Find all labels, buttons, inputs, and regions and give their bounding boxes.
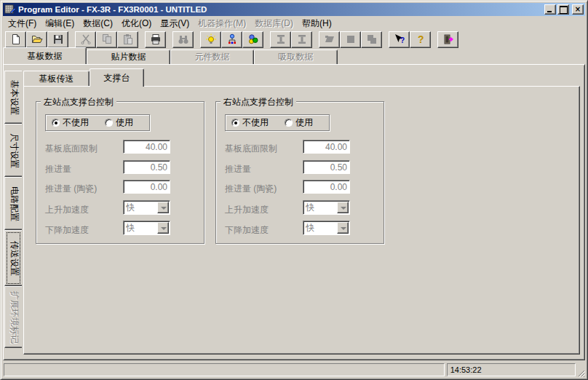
left-rise-acceleration-combo: 快: [123, 200, 170, 215]
cut-icon: [80, 33, 92, 45]
cluster-button[interactable]: [242, 31, 263, 48]
support-table-page: 左站点支撑台控制 不使用 使用 基板底面限制 推进量 推进量 (陶瓷): [23, 86, 580, 355]
optimize-button[interactable]: [200, 31, 221, 48]
menu-file[interactable]: 文件(F): [4, 17, 41, 31]
side-tab-size-settings[interactable]: 尺寸设置: [4, 124, 22, 177]
optimize-lightbulb-icon: [205, 33, 217, 45]
program-editor-window: Program Editor - FX-3R - FX3R0001 - UNTI…: [0, 0, 588, 380]
context-help-button[interactable]: ?: [389, 31, 410, 48]
radio-unselected-icon[interactable]: [285, 119, 293, 127]
exit-door-icon: [442, 33, 454, 45]
open-button[interactable]: [26, 31, 47, 48]
toolbar: ? ?: [3, 30, 585, 49]
find-binoculars-icon: [178, 33, 189, 45]
paste-button: [117, 31, 138, 48]
left-rise-acceleration-label: 上升加速度: [45, 204, 89, 216]
radio-unselected-icon[interactable]: [105, 119, 113, 127]
save-button[interactable]: [47, 31, 68, 48]
sequence-tree-icon: [226, 33, 238, 45]
status-time: 14:53:22: [447, 363, 576, 376]
stamp-flag-button: [319, 31, 340, 48]
left-board-bottom-limit-label: 基板底面限制: [45, 143, 98, 155]
program-editor-grid-icon[interactable]: [4, 4, 16, 15]
svg-text:?: ?: [400, 36, 405, 44]
copy-button: [96, 31, 117, 48]
status-message: [4, 363, 445, 376]
left-radio-not-use[interactable]: 不使用: [52, 116, 89, 129]
left-radio-use[interactable]: 使用: [105, 116, 133, 129]
clamp-left-icon: [275, 33, 287, 45]
find-button: [172, 31, 194, 48]
right-radio-not-use[interactable]: 不使用: [231, 116, 269, 129]
right-push-amount-ceramic-input: [303, 180, 350, 194]
side-tab-basic-settings[interactable]: 基本设置: [4, 71, 22, 124]
menu-database: 数据库(D): [250, 17, 298, 31]
sub-tab-board-transfer[interactable]: 基板传送: [23, 71, 90, 87]
maximize-icon[interactable]: [557, 4, 569, 15]
right-descent-acceleration-label: 下降加速度: [225, 224, 269, 237]
chevron-down-icon: [337, 202, 349, 213]
title-bar: Program Editor - FX-3R - FX3R0001 - UNTI…: [3, 3, 585, 16]
right-board-bottom-limit-label: 基板底面限制: [225, 143, 277, 155]
menu-machine-operation: 机器操作(M): [194, 17, 250, 31]
tab-pickup-data: 吸取数据: [254, 50, 338, 64]
radio-selected-icon[interactable]: [231, 119, 239, 127]
stamp-flag-icon: [324, 33, 335, 45]
chevron-down-icon: [337, 222, 349, 234]
help-button[interactable]: ?: [410, 31, 431, 48]
context-help-icon: ?: [394, 33, 405, 45]
stamp-double-icon: [366, 33, 378, 45]
chevron-down-icon: [157, 202, 169, 213]
cut-button: [75, 31, 96, 48]
stamp-square-icon: [345, 33, 357, 45]
main-tab-strip: 基板数据 贴片数据 元件数据 吸取数据: [3, 47, 585, 64]
board-data-page: 基本设置 尺寸设置 电路配置 传送设置 扩展环境标记 基板传送 支撑台: [3, 64, 585, 360]
left-push-amount-ceramic-label: 推进量 (陶瓷): [45, 183, 97, 195]
right-station-support-group: 右站点支撑台控制 不使用 使用 基板底面限制 推进量 推进量 (陶瓷): [215, 101, 384, 244]
minimize-icon[interactable]: [544, 4, 556, 15]
left-use-radio-frame: 不使用 使用: [45, 114, 150, 131]
status-bar: 14:53:22: [3, 362, 585, 377]
menu-optimize[interactable]: 优化(O): [117, 17, 156, 31]
right-radio-use[interactable]: 使用: [285, 116, 313, 129]
right-rise-acceleration-label: 上升加速度: [225, 204, 269, 216]
paste-icon: [122, 33, 134, 45]
clamp-right-icon: [296, 33, 308, 45]
print-button[interactable]: [145, 31, 166, 48]
left-board-bottom-limit-input: [123, 140, 170, 154]
sub-tab-support-table[interactable]: 支撑台: [90, 68, 144, 87]
right-board-bottom-limit-input: [303, 140, 350, 154]
new-button[interactable]: [5, 31, 26, 48]
side-tab-transfer-settings[interactable]: 传送设置: [4, 230, 22, 286]
window-title: Program Editor - FX-3R - FX3R0001 - UNTI…: [18, 5, 544, 14]
menu-edit[interactable]: 编辑(E): [41, 17, 79, 31]
right-push-amount-label: 推进量: [225, 163, 251, 175]
print-icon: [150, 33, 162, 45]
tab-board-data[interactable]: 基板数据: [3, 47, 87, 64]
sequence-optimize-button[interactable]: [221, 31, 242, 48]
new-document-icon: [10, 33, 22, 45]
right-push-amount-input: [303, 160, 350, 174]
cluster-balls-icon: [247, 33, 259, 45]
left-station-support-group: 左站点支撑台控制 不使用 使用 基板底面限制 推进量 推进量 (陶瓷): [36, 101, 204, 244]
copy-icon: [101, 33, 113, 45]
tab-placement-data[interactable]: 贴片数据: [87, 50, 170, 64]
menu-data[interactable]: 数据(C): [79, 17, 117, 31]
tab-part-data: 元件数据: [170, 50, 254, 64]
exit-button[interactable]: [437, 31, 458, 48]
help-icon: ?: [415, 33, 426, 45]
group-title: 左站点支撑台控制: [41, 96, 116, 108]
clamp-right-button: [291, 31, 312, 48]
side-tab-circuit-config[interactable]: 电路配置: [4, 177, 22, 230]
left-push-amount-ceramic-input: [123, 180, 170, 194]
resize-grip[interactable]: [576, 368, 585, 377]
close-icon[interactable]: ×: [572, 4, 584, 15]
save-floppy-icon: [52, 33, 64, 45]
side-tab-strip: 基本设置 尺寸设置 电路配置 传送设置 扩展环境标记: [4, 69, 23, 352]
radio-selected-icon[interactable]: [52, 119, 60, 127]
menu-view[interactable]: 显示(V): [156, 17, 194, 31]
sub-tab-strip: 基板传送 支撑台: [23, 68, 144, 87]
menu-help[interactable]: 帮助(H): [298, 17, 336, 31]
svg-text:?: ?: [418, 33, 424, 45]
open-folder-icon: [31, 33, 43, 45]
